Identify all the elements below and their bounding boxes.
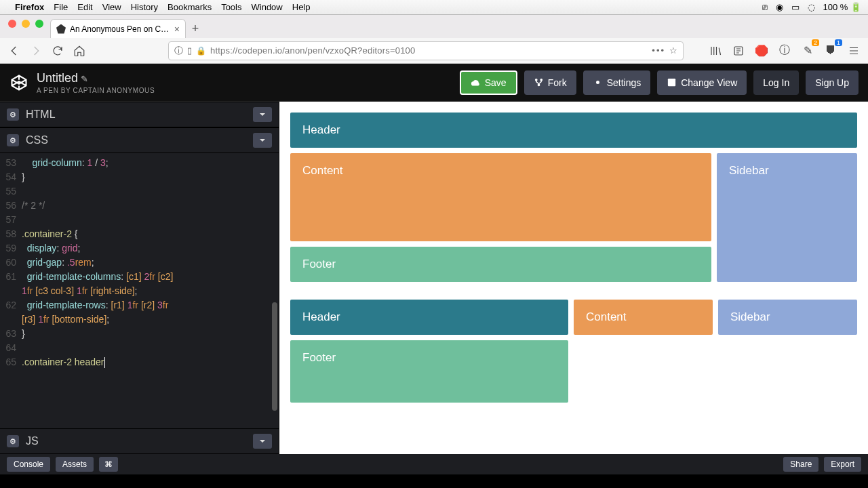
lock-icon: 🔒: [196, 46, 206, 56]
menu-file[interactable]: File: [54, 2, 68, 12]
preview-sidebar-1: Sidebar: [717, 153, 857, 282]
codepen-header: Untitled✎ A PEN BY CAPTAIN ANONYMOUS Sav…: [0, 64, 868, 102]
app-menu[interactable]: Firefox: [15, 2, 44, 12]
home-button[interactable]: [72, 43, 87, 58]
html-settings-icon[interactable]: ⚙: [7, 108, 19, 121]
pen-title[interactable]: Untitled✎: [37, 71, 155, 85]
codepen-body: ⚙ HTML ⚙ CSS 53 grid-column: 1 / 3; 54} …: [0, 102, 868, 454]
menu-help[interactable]: Help: [292, 2, 311, 12]
page-actions-icon[interactable]: •••: [652, 45, 665, 56]
minimize-window-button[interactable]: [22, 20, 30, 28]
js-panel-header[interactable]: ⚙ JS: [0, 428, 279, 454]
login-button[interactable]: Log In: [753, 70, 799, 95]
url-bar[interactable]: ⓘ ▯ 🔒 https://codepen.io/anon/pen/vzxoQR…: [168, 41, 684, 60]
airplay-icon[interactable]: ⎚: [762, 2, 768, 12]
codepen-app: Untitled✎ A PEN BY CAPTAIN ANONYMOUS Sav…: [0, 64, 868, 474]
codepen-favicon-icon: [56, 24, 66, 34]
close-window-button[interactable]: [8, 20, 16, 28]
svg-point-3: [538, 84, 540, 86]
new-tab-button[interactable]: +: [186, 19, 205, 38]
window-controls: [5, 20, 50, 33]
codepen-footer: Console Assets ⌘ Share Export: [0, 454, 868, 474]
codepen-logo-icon[interactable]: [9, 73, 28, 92]
editor-column: ⚙ HTML ⚙ CSS 53 grid-column: 1 / 3; 54} …: [0, 102, 279, 454]
shortcuts-button[interactable]: ⌘: [99, 457, 118, 472]
assets-button[interactable]: Assets: [56, 457, 94, 472]
text-cursor: [104, 357, 105, 368]
forward-button[interactable]: [28, 43, 43, 58]
js-panel-label: JS: [26, 435, 39, 447]
url-text: https://codepen.io/anon/pen/vzxoQR?edito…: [210, 45, 648, 56]
svg-rect-4: [668, 79, 675, 86]
css-panel-label: CSS: [26, 134, 48, 146]
console-button[interactable]: Console: [7, 457, 50, 472]
preview-header-2: Header: [290, 300, 568, 335]
spotlight-icon[interactable]: ◌: [808, 2, 815, 12]
menu-history[interactable]: History: [131, 2, 158, 12]
preview-content-1: Content: [290, 153, 711, 241]
menu-view[interactable]: View: [102, 2, 121, 12]
preview-sidebar-2: Sidebar: [718, 300, 857, 335]
menu-edit[interactable]: Edit: [77, 2, 92, 12]
extension2-icon[interactable]: ⛊: [823, 43, 838, 58]
extension1-icon[interactable]: ✎: [800, 43, 815, 58]
html-panel-header[interactable]: ⚙ HTML: [0, 102, 279, 127]
library-icon[interactable]: [708, 43, 723, 58]
preview-content-2: Content: [574, 300, 713, 335]
css-editor[interactable]: 53 grid-column: 1 / 3; 54} 55 56/* 2 */ …: [0, 153, 279, 428]
bookmark-star-icon[interactable]: ☆: [669, 45, 677, 56]
js-chevron-icon[interactable]: [253, 434, 272, 449]
abp-icon[interactable]: 🛑: [754, 43, 769, 58]
css-settings-icon[interactable]: ⚙: [7, 134, 19, 146]
menu-window[interactable]: Window: [252, 2, 283, 12]
menu-tools[interactable]: Tools: [221, 2, 241, 12]
tab-strip: An Anonymous Pen on CodePe × +: [0, 15, 868, 38]
preview-header-1: Header: [290, 113, 857, 148]
settings-button[interactable]: Settings: [583, 70, 651, 95]
hamburger-menu-icon[interactable]: [846, 43, 861, 58]
css-panel-header[interactable]: ⚙ CSS: [0, 127, 279, 153]
editor-scrollbar[interactable]: [271, 153, 277, 428]
siri-icon[interactable]: ◉: [776, 2, 783, 12]
grid-container-1: Header Content Sidebar Footer: [290, 113, 857, 282]
back-button[interactable]: [7, 43, 22, 58]
svg-point-1: [535, 79, 537, 81]
export-button[interactable]: Export: [824, 457, 861, 472]
css-chevron-icon[interactable]: [253, 133, 272, 148]
save-button[interactable]: Save: [460, 70, 517, 95]
browser-toolbar: ⓘ ▯ 🔒 https://codepen.io/anon/pen/vzxoQR…: [0, 38, 868, 64]
share-button[interactable]: Share: [783, 457, 818, 472]
tab-title: An Anonymous Pen on CodePe: [70, 24, 170, 34]
pen-author: A PEN BY CAPTAIN ANONYMOUS: [37, 87, 155, 94]
control-icon[interactable]: ▭: [791, 2, 800, 12]
zoom-window-button[interactable]: [35, 20, 43, 28]
macos-menubar: Firefox File Edit View History Bookmarks…: [0, 0, 868, 15]
change-view-button[interactable]: Change View: [657, 70, 747, 95]
close-tab-icon[interactable]: ×: [174, 24, 180, 35]
menu-bookmarks[interactable]: Bookmarks: [167, 2, 212, 12]
signup-button[interactable]: Sign Up: [806, 70, 859, 95]
preview-footer-2: Footer: [290, 340, 568, 403]
shield-icon[interactable]: ▯: [187, 45, 192, 56]
preview-pane: Header Content Sidebar Footer Header Con…: [279, 102, 868, 454]
help-icon[interactable]: ⓘ: [777, 43, 792, 58]
js-settings-icon[interactable]: ⚙: [7, 435, 19, 447]
preview-footer-1: Footer: [290, 247, 711, 282]
html-chevron-icon[interactable]: [253, 107, 272, 122]
reload-button[interactable]: [50, 43, 65, 58]
grid-container-2: Header Content Sidebar Footer: [290, 300, 857, 403]
browser-tab[interactable]: An Anonymous Pen on CodePe ×: [50, 19, 186, 38]
battery-status[interactable]: 100 % 🔋: [823, 2, 862, 12]
svg-point-2: [540, 79, 542, 81]
firefox-window: An Anonymous Pen on CodePe × + ⓘ ▯ 🔒 htt…: [0, 15, 868, 64]
edit-title-icon[interactable]: ✎: [81, 74, 88, 84]
html-panel-label: HTML: [26, 108, 56, 121]
fork-button[interactable]: Fork: [524, 70, 576, 95]
reader-icon[interactable]: [731, 43, 746, 58]
info-icon[interactable]: ⓘ: [174, 45, 183, 57]
